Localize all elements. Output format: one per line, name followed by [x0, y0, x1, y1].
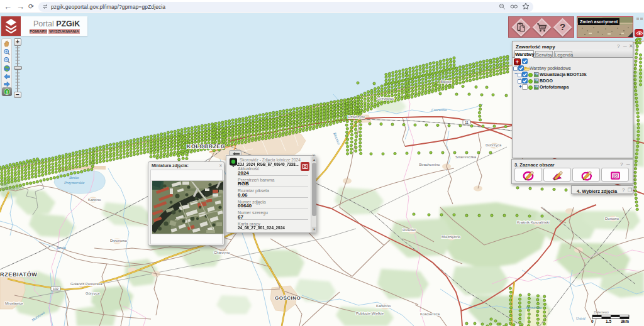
svg-text:Kościernica: Kościernica: [420, 312, 440, 316]
svg-text:Dunowo: Dunowo: [605, 217, 619, 220]
svg-text:11: 11: [465, 121, 469, 124]
svg-text:Stramniczka: Stramniczka: [455, 155, 477, 159]
svg-text:Grzybowo: Grzybowo: [377, 97, 395, 101]
svg-text:Dobrzyca: Dobrzyca: [486, 143, 502, 147]
svg-text:Drzonowo: Drzonowo: [110, 239, 128, 242]
svg-text:GOŚCINO: GOŚCINO: [275, 295, 301, 301]
svg-text:Zieleniewo: Zieleniewo: [594, 310, 609, 314]
svg-text:Kraśnik Koszaliński: Kraśnik Koszaliński: [517, 220, 550, 224]
svg-text:WRZOSOWO: WRZOSOWO: [1, 187, 21, 190]
svg-text:Pobłocie Wielkie: Pobłocie Wielkie: [356, 312, 384, 315]
svg-text:Unieść: Unieść: [576, 317, 586, 320]
svg-text:0: 0: [591, 319, 594, 323]
svg-text:3km: 3km: [621, 319, 629, 323]
svg-text:Przymorskie: Przymorskie: [64, 180, 85, 185]
svg-text:Czerwona: Czerwona: [431, 108, 447, 112]
svg-text:Młynówka: Młynówka: [525, 306, 541, 310]
svg-text:Dźwirzyno: Dźwirzyno: [348, 115, 365, 119]
svg-text:Mirosławice: Mirosławice: [5, 302, 23, 305]
svg-text:102: 102: [53, 287, 58, 291]
svg-text:Resko: Resko: [69, 175, 79, 180]
svg-text:Karścino: Karścino: [376, 304, 391, 308]
svg-text:1.5: 1.5: [606, 319, 611, 323]
svg-text:Gołańcz Pomorska: Gołańcz Pomorska: [70, 282, 103, 286]
svg-text:Miechęcino: Miechęcino: [441, 235, 461, 239]
svg-text:KOŁOBRZEG: KOŁOBRZEG: [187, 143, 226, 149]
svg-text:Karcino: Karcino: [88, 198, 101, 202]
svg-text:Charzyno: Charzyno: [214, 251, 230, 254]
svg-text:Górzyca: Górzyca: [86, 291, 100, 295]
svg-text:Rusowo: Rusowo: [402, 228, 416, 232]
svg-text:TRZEBIATÓW: TRZEBIATÓW: [0, 271, 37, 278]
svg-text:Strachomino: Strachomino: [419, 163, 440, 166]
svg-text:Bagicz: Bagicz: [440, 80, 452, 84]
svg-text:Sarnia: Sarnia: [57, 246, 66, 249]
